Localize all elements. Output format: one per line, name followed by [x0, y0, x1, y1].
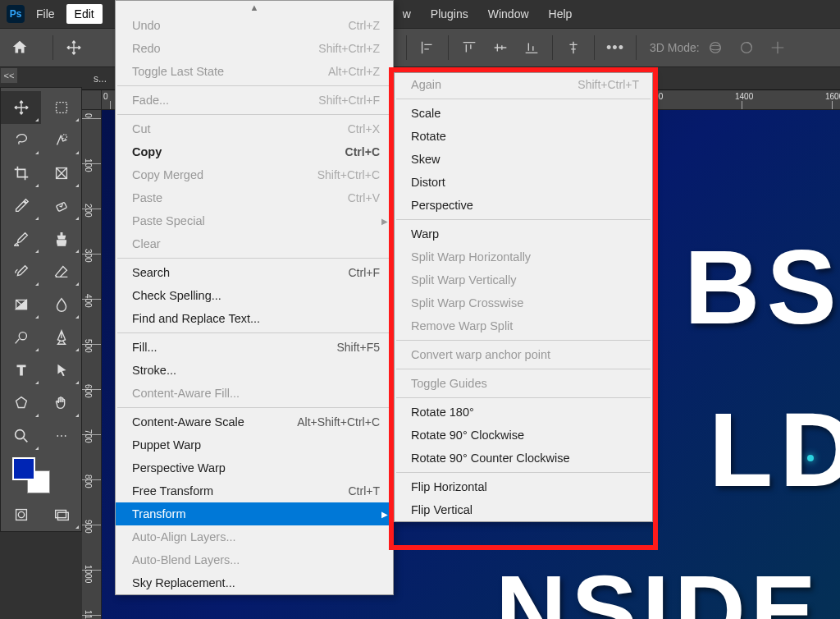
menu-item-shortcut: Ctrl+V	[348, 191, 380, 204]
menu-item-paste: PasteCtrl+V	[116, 186, 393, 209]
menu-item-find-and-replace-text-[interactable]: Find and Replace Text...	[116, 307, 393, 330]
move-tool[interactable]	[1, 91, 41, 124]
path-select-tool[interactable]	[41, 354, 81, 387]
menu-window[interactable]: Window	[480, 4, 537, 24]
gradient-tool[interactable]	[1, 288, 41, 321]
svg-point-10	[15, 430, 24, 439]
expand-panel-button[interactable]: <<	[0, 67, 18, 84]
menu-item-rotate-90-clockwise[interactable]: Rotate 90° Clockwise	[395, 424, 652, 447]
align-left-icon[interactable]	[415, 35, 440, 60]
color-swatches[interactable]	[1, 452, 81, 498]
extra-tools[interactable]: ⋯	[41, 420, 81, 452]
menu-item-copy-merged: Copy MergedShift+Ctrl+C	[116, 163, 393, 186]
zoom-tool[interactable]	[1, 420, 41, 452]
menu-item-rotate-180-[interactable]: Rotate 180°	[395, 401, 652, 424]
crop-tool[interactable]	[1, 157, 41, 190]
menu-item-scale[interactable]: Scale	[395, 102, 652, 125]
menu-item-search[interactable]: SearchCtrl+F	[116, 261, 393, 284]
menu-scroll-up[interactable]: ▲	[116, 1, 393, 14]
healing-brush-tool[interactable]	[41, 190, 81, 222]
pen-tool[interactable]	[41, 321, 81, 354]
blur-tool[interactable]	[41, 288, 81, 321]
svg-point-8	[19, 332, 26, 340]
menu-item-flip-vertical[interactable]: Flip Vertical	[395, 498, 652, 521]
quickmask-tool[interactable]	[1, 498, 41, 531]
menu-item-label: Paste Special	[132, 214, 380, 227]
foreground-color[interactable]	[12, 457, 35, 480]
align-vcenter-icon[interactable]	[488, 35, 513, 60]
brush-tool[interactable]	[1, 222, 41, 255]
vertical-ruler[interactable]: 010020030040050060070080090010001100	[82, 110, 102, 619]
menu-item-label: Redo	[132, 42, 318, 55]
eraser-tool[interactable]	[41, 255, 81, 288]
ruler-origin[interactable]	[82, 90, 102, 110]
menu-item-label: Search	[132, 266, 349, 279]
menu-item-shortcut: Shift+Ctrl+Z	[318, 42, 380, 55]
canvas-text-1: BSIT	[684, 227, 840, 347]
menu-item-label: Perspective Warp	[132, 461, 380, 475]
menu-item-content-aware-scale[interactable]: Content-Aware ScaleAlt+Shift+Ctrl+C	[116, 410, 393, 433]
3d-roll-icon[interactable]	[734, 35, 759, 60]
menu-view-partial[interactable]: w	[403, 4, 419, 24]
menu-item-label: Cut	[132, 122, 348, 135]
menu-item-label: Perspective	[411, 199, 639, 212]
align-top-icon[interactable]	[457, 35, 482, 60]
menu-help[interactable]: Help	[541, 4, 581, 24]
menu-item-sky-replacement-[interactable]: Sky Replacement...	[116, 571, 393, 594]
menu-item-shortcut: Ctrl+F	[349, 266, 381, 279]
lasso-tool[interactable]	[1, 124, 41, 157]
marquee-tool[interactable]	[41, 91, 81, 124]
menu-item-label: Content-Aware Scale	[132, 415, 297, 429]
more-options-icon[interactable]: •••	[603, 35, 628, 60]
menu-item-rotate[interactable]: Rotate	[395, 125, 652, 148]
menu-item-label: Sky Replacement...	[132, 576, 380, 589]
menu-item-again: AgainShift+Ctrl+T	[395, 73, 652, 96]
menu-item-transform[interactable]: Transform▶	[116, 502, 393, 525]
menu-item-stroke-[interactable]: Stroke...	[116, 359, 393, 382]
menu-item-label: Skew	[411, 153, 639, 166]
menu-item-label: Remove Warp Split	[411, 319, 639, 332]
menu-item-puppet-warp[interactable]: Puppet Warp	[116, 433, 393, 456]
history-brush-tool[interactable]	[1, 255, 41, 288]
menu-item-label: Toggle Guides	[411, 377, 639, 390]
menu-item-distort[interactable]: Distort	[395, 171, 652, 194]
align-bottom-icon[interactable]	[519, 35, 544, 60]
clone-stamp-tool[interactable]	[41, 222, 81, 255]
shape-tool[interactable]	[1, 387, 41, 420]
menu-plugins[interactable]: Plugins	[422, 4, 477, 24]
eyedropper-tool[interactable]	[1, 190, 41, 222]
quick-select-tool[interactable]	[41, 124, 81, 157]
menu-item-free-transform[interactable]: Free TransformCtrl+T	[116, 479, 393, 502]
menu-item-flip-horizontal[interactable]: Flip Horizontal	[395, 475, 652, 498]
menu-edit[interactable]: Edit	[66, 4, 103, 24]
menu-item-check-spelling-[interactable]: Check Spelling...	[116, 284, 393, 307]
screenmode-tool[interactable]	[41, 498, 81, 531]
menu-item-skew[interactable]: Skew	[395, 148, 652, 171]
canvas-dot	[807, 455, 814, 461]
menu-item-rotate-90-counter-clockwise[interactable]: Rotate 90° Counter Clockwise	[395, 447, 652, 470]
svg-rect-11	[16, 510, 26, 520]
menu-item-label: Again	[411, 78, 578, 91]
dodge-tool[interactable]	[1, 321, 41, 354]
menu-item-copy[interactable]: CopyCtrl+C	[116, 140, 393, 163]
menu-item-fill-[interactable]: Fill...Shift+F5	[116, 336, 393, 359]
menu-item-perspective-warp[interactable]: Perspective Warp	[116, 456, 393, 479]
menu-item-warp[interactable]: Warp	[395, 222, 652, 245]
menu-file[interactable]: File	[28, 4, 63, 24]
toolbox: ⋯	[0, 87, 82, 532]
hand-tool[interactable]	[41, 387, 81, 420]
frame-tool[interactable]	[41, 157, 81, 190]
menu-item-label: Scale	[411, 107, 639, 120]
menu-item-perspective[interactable]: Perspective	[395, 194, 652, 217]
3d-orbit-icon[interactable]	[703, 35, 728, 60]
menu-item-content-aware-fill-: Content-Aware Fill...	[116, 382, 393, 405]
menu-item-label: Paste	[132, 191, 348, 204]
align-hcenter-icon[interactable]	[561, 35, 586, 60]
move-tool-icon[interactable]	[62, 35, 86, 60]
menu-item-cut: CutCtrl+X	[116, 117, 393, 140]
menu-item-label: Convert warp anchor point	[411, 348, 639, 361]
type-tool[interactable]	[1, 354, 41, 387]
home-button[interactable]	[7, 34, 33, 61]
3d-pan-icon[interactable]	[765, 35, 790, 60]
menu-item-toggle-guides: Toggle Guides	[395, 372, 652, 395]
